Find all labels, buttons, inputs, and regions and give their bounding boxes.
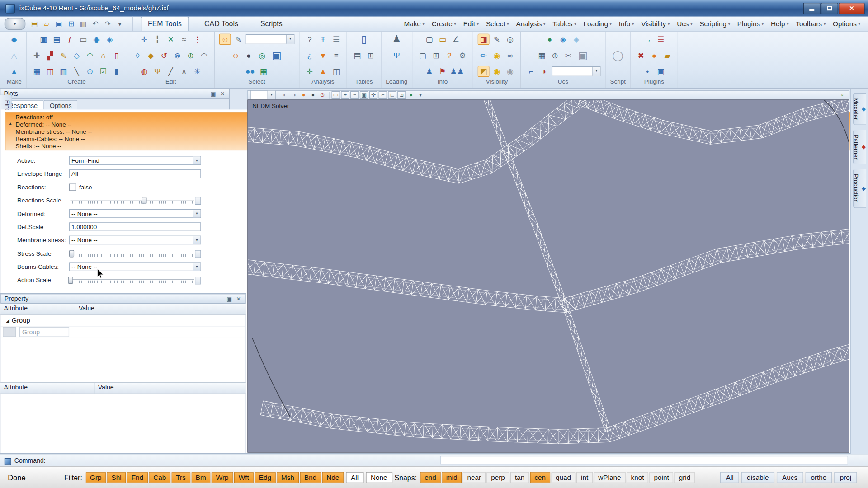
select-ring-icon[interactable]: ◎ <box>256 50 268 61</box>
snap-perp[interactable]: perp <box>486 472 509 483</box>
analysis-up-icon[interactable]: ▲ <box>317 66 329 77</box>
zoom-in-icon[interactable]: + <box>341 91 349 99</box>
edit-extend-icon[interactable]: ⊕ <box>185 50 197 61</box>
edit-explode-icon[interactable]: ✳ <box>192 66 203 77</box>
edit-rotate-icon[interactable]: ↺ <box>158 50 170 61</box>
slider-spinner[interactable] <box>195 277 201 284</box>
tree-subitem-group[interactable]: Group <box>0 326 245 338</box>
pan-icon[interactable]: ◐ <box>281 91 289 99</box>
snap-cen[interactable]: cen <box>530 472 550 483</box>
tree-expand-icon[interactable]: ◢ <box>4 318 12 323</box>
loading-case-icon[interactable]: ♟ <box>389 34 404 45</box>
filter-all-button[interactable]: All <box>346 472 363 483</box>
script-run-icon[interactable]: ◯ <box>611 50 625 61</box>
plugins-list-icon[interactable]: ☰ <box>655 34 667 45</box>
menu-create[interactable]: Create▾ <box>432 20 456 28</box>
create-node-icon[interactable]: ▣ <box>38 34 49 45</box>
create-function-icon[interactable]: ƒ <box>64 34 76 45</box>
create-sketch-icon[interactable]: ✎ <box>57 50 69 61</box>
create-circle-icon[interactable]: ◉ <box>91 34 103 45</box>
visibility-bulb-on-icon[interactable]: ◉ <box>491 66 503 77</box>
edit-scale-icon[interactable]: ✕ <box>165 34 177 45</box>
filter-none-button[interactable]: None <box>366 472 392 483</box>
menu-info[interactable]: Info▾ <box>619 20 634 28</box>
snapmode-ortho[interactable]: ortho <box>805 472 832 483</box>
filter-grp[interactable]: Grp <box>85 472 106 483</box>
shaded-sphere-icon[interactable]: ● <box>299 91 307 99</box>
edit-anchor-icon[interactable]: Ψ <box>151 66 163 77</box>
create-line-icon[interactable]: ╲ <box>71 66 83 77</box>
reactions--checkbox[interactable] <box>69 183 76 191</box>
snap-near[interactable]: near <box>463 472 486 483</box>
create-column-icon[interactable]: ▯ <box>111 50 123 61</box>
visibility-bulb-off-icon[interactable]: ◉ <box>505 66 516 77</box>
viewport-style-combo[interactable]: ▾ <box>250 90 275 100</box>
snap-dropdown-icon[interactable]: ▾ <box>416 91 425 99</box>
edit-list-icon[interactable]: ⋮ <box>192 34 203 45</box>
visibility-layers-icon[interactable]: ◨ <box>478 34 490 45</box>
select-filter-combo[interactable]: ▾ <box>246 34 295 44</box>
create-center-icon[interactable]: ⊙ <box>84 66 96 77</box>
menu-make[interactable]: Make▾ <box>404 20 424 28</box>
zoom-extents-icon[interactable]: ▣ <box>360 91 368 99</box>
close-panel-icon[interactable]: ✕ <box>235 296 242 301</box>
undo-icon[interactable]: ↶ <box>91 19 100 28</box>
snap-quad[interactable]: quad <box>551 472 576 483</box>
create-point-icon[interactable]: ✚ <box>31 50 42 61</box>
plugins-sphere-icon[interactable]: ● <box>648 50 660 61</box>
column-value[interactable]: Value <box>75 304 246 314</box>
filter-nde[interactable]: Nde <box>322 472 344 483</box>
menu-ucs[interactable]: Ucs▾ <box>677 20 692 28</box>
make-formfind-icon[interactable]: △ <box>8 50 20 61</box>
def-scale-input[interactable]: 1.000000 <box>69 222 201 231</box>
menu-options[interactable]: Options▾ <box>833 20 860 28</box>
tab-options[interactable]: Options <box>43 100 77 110</box>
snap-tan[interactable]: tan <box>510 472 529 483</box>
info-ruler-icon[interactable]: ▭ <box>437 34 448 45</box>
make-membrane-icon[interactable]: ◆ <box>8 34 20 45</box>
analysis-query-icon[interactable]: ¿ <box>304 50 316 61</box>
plugins-go-icon[interactable]: → <box>642 34 653 45</box>
ucs-axis-icon[interactable]: ⌐ <box>525 66 537 77</box>
viewport-canvas[interactable]: NFDM Solver <box>247 99 849 452</box>
select-sphere-icon[interactable]: ● <box>243 50 255 61</box>
menu-tables[interactable]: Tables▾ <box>552 20 576 28</box>
ucs-target-icon[interactable]: ⊕ <box>549 50 561 61</box>
menu-edit[interactable]: Edit▾ <box>463 20 479 28</box>
edit-ibeam-icon[interactable]: ╏ <box>151 34 163 45</box>
menu-toolbars[interactable]: Toolbars▾ <box>796 20 826 28</box>
edit-offset-icon[interactable]: ◊ <box>132 50 143 61</box>
filter-msh[interactable]: Msh <box>277 472 299 483</box>
snap-grid[interactable]: grid <box>675 472 695 483</box>
close-panel-icon[interactable]: ✕ <box>219 90 226 96</box>
filter-wft[interactable]: Wft <box>234 472 254 483</box>
column-attribute[interactable]: Attribute <box>0 383 94 393</box>
edit-trim-icon[interactable]: ⊗ <box>171 50 183 61</box>
edit-wave-icon[interactable]: ≈ <box>178 34 190 45</box>
app-menu-button[interactable]: ▾ <box>5 18 26 30</box>
select-spheres-icon[interactable]: ●● <box>244 66 256 77</box>
tables-sheet-icon[interactable]: ▤ <box>351 50 363 61</box>
snap-point[interactable]: point <box>650 472 674 483</box>
snap-int[interactable]: int <box>576 472 593 483</box>
tree-item-group[interactable]: ◢ Group <box>0 315 245 327</box>
snap-knot[interactable]: knot <box>627 472 649 483</box>
select-pencil-icon[interactable]: ✎ <box>232 34 244 45</box>
ucs-flip-icon[interactable]: ∟ <box>388 91 396 99</box>
create-block-icon[interactable]: ▮ <box>111 66 123 77</box>
menu-select[interactable]: Select▾ <box>486 20 509 28</box>
slider-spinner[interactable] <box>195 250 201 258</box>
info-gear-icon[interactable]: ⚙ <box>457 50 468 61</box>
filter-edg[interactable]: Edg <box>255 472 276 483</box>
ucs-quad-icon[interactable]: ◗ <box>539 66 551 77</box>
create-frame-icon[interactable]: ▤ <box>51 34 63 45</box>
slider-spinner[interactable] <box>195 197 201 205</box>
edit-move-icon[interactable]: ✛ <box>138 34 150 45</box>
close-button[interactable]: ✕ <box>839 3 865 14</box>
snapmode-all[interactable]: All <box>720 472 739 483</box>
edit-array-icon[interactable]: ◍ <box>138 66 150 77</box>
filter-bm[interactable]: Bm <box>191 472 211 483</box>
slider-thumb[interactable] <box>142 197 147 204</box>
create-strips-icon[interactable]: ▥ <box>57 66 69 77</box>
open-folder-icon[interactable]: ▱ <box>42 19 52 28</box>
